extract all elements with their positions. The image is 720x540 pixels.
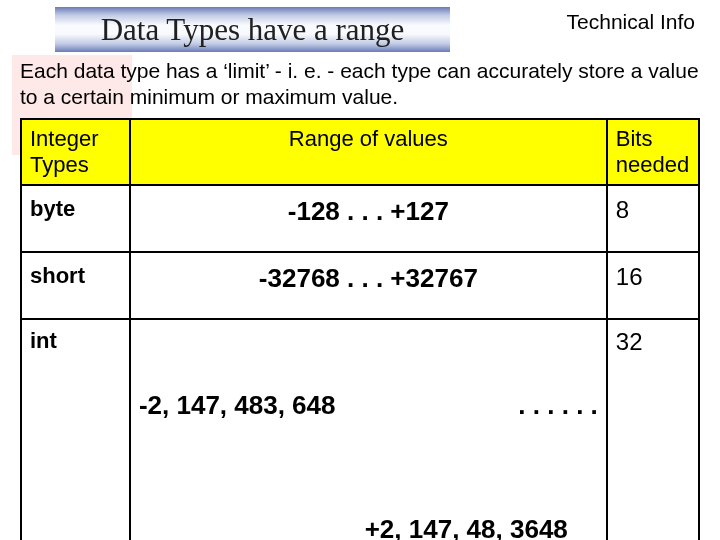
page-title: Data Types have a range <box>101 12 405 48</box>
int-high: +2, 147, 48, 3648 <box>365 514 568 540</box>
table-row: short -32768 . . . +32767 16 <box>21 252 699 319</box>
header-corner-label: Technical Info <box>567 10 695 34</box>
cell-type: int <box>21 319 130 540</box>
cell-range: -2, 147, 483, 648 . . . . . . +2, 147, 4… <box>130 319 607 540</box>
cell-type: byte <box>21 185 130 252</box>
cell-type: short <box>21 252 130 319</box>
cell-bits: 32 <box>607 319 699 540</box>
col-header-bits: Bits needed <box>607 119 699 185</box>
table-row: int -2, 147, 483, 648 . . . . . . +2, 14… <box>21 319 699 540</box>
cell-range: -128 . . . +127 <box>130 185 607 252</box>
data-types-table: Integer Types Range of values Bits neede… <box>20 118 700 540</box>
table-row: byte -128 . . . +127 8 <box>21 185 699 252</box>
cell-bits: 16 <box>607 252 699 319</box>
int-low: -2, 147, 483, 648 <box>139 390 336 421</box>
int-dots: . . . . . . <box>518 390 597 421</box>
cell-range: -32768 . . . +32767 <box>130 252 607 319</box>
intro-text: Each data type has a ‘limit’ - i. e. - e… <box>20 58 700 111</box>
table-header-row: Integer Types Range of values Bits neede… <box>21 119 699 185</box>
title-bar: Data Types have a range <box>55 7 450 52</box>
col-header-range: Range of values <box>130 119 607 185</box>
col-header-type: Integer Types <box>21 119 130 185</box>
cell-bits: 8 <box>607 185 699 252</box>
